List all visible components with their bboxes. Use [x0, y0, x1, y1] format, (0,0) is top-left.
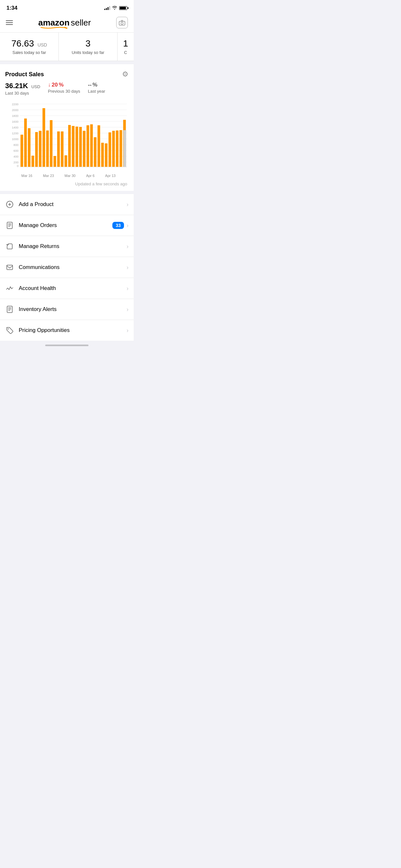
svg-rect-43 [87, 125, 89, 167]
svg-rect-34 [54, 156, 56, 167]
battery-icon [119, 6, 127, 10]
inventory-alerts-label: Inventory Alerts [19, 306, 127, 313]
svg-rect-46 [97, 125, 100, 167]
pricing-opportunities-icon [5, 326, 14, 335]
svg-rect-59 [7, 306, 12, 313]
manage-orders-label: Manage Orders [19, 222, 112, 228]
svg-rect-30 [39, 131, 41, 167]
svg-text:2000: 2000 [12, 108, 19, 112]
svg-rect-49 [109, 132, 111, 167]
app-logo: amazon seller [38, 18, 91, 28]
wifi-icon [112, 5, 117, 11]
main-metric-label: Last 30 days [5, 91, 40, 96]
sales-stat-card[interactable]: 76.63 USD Sales today so far [0, 33, 59, 61]
svg-text:2200: 2200 [12, 103, 19, 106]
svg-rect-33 [50, 120, 52, 167]
x-label-mar23: Mar 23 [43, 174, 54, 178]
arrow-down-icon: ↓ [48, 82, 51, 88]
svg-point-1 [121, 22, 123, 24]
svg-rect-48 [105, 144, 107, 167]
pricing-opportunities-label: Pricing Opportunities [19, 327, 127, 334]
manage-returns-icon [5, 242, 14, 251]
svg-text:0: 0 [17, 164, 19, 167]
menu-item-account-health[interactable]: Account Health › [0, 278, 134, 299]
menu-item-manage-returns[interactable]: Manage Returns › [0, 236, 134, 257]
chevron-right-icon: › [127, 243, 128, 250]
status-time: 1:34 [6, 5, 18, 11]
partial-stat-card[interactable]: 1 C [118, 33, 134, 61]
sales-label: Sales today so far [5, 50, 53, 55]
menu-item-add-product[interactable]: Add a Product › [0, 194, 134, 215]
svg-rect-58 [7, 265, 12, 270]
menu-item-manage-orders[interactable]: Manage Orders 33 › [0, 215, 134, 236]
svg-text:800: 800 [13, 144, 19, 147]
sales-metrics: 36.21K USD Last 30 days ↓ 20 % Previous … [5, 82, 128, 96]
camera-button[interactable] [116, 17, 128, 28]
chevron-right-icon: › [127, 327, 128, 334]
x-label-mar30: Mar 30 [65, 174, 75, 178]
svg-text:1800: 1800 [12, 114, 19, 118]
home-bar [45, 345, 89, 346]
chart-x-labels: Mar 16 Mar 23 Mar 30 Apr 6 Apr 13 [5, 174, 128, 178]
svg-text:1200: 1200 [12, 132, 19, 135]
svg-rect-31 [42, 108, 45, 167]
units-stat-card[interactable]: 3 Units today so far [59, 33, 118, 61]
manage-returns-label: Manage Returns [19, 243, 127, 250]
svg-text:600: 600 [13, 149, 19, 152]
chevron-right-icon: › [127, 306, 128, 313]
svg-rect-28 [32, 156, 34, 167]
menu-item-inventory-alerts[interactable]: Inventory Alerts › [0, 299, 134, 320]
x-label-mar16: Mar 16 [21, 174, 32, 178]
chevron-right-icon: › [127, 222, 128, 229]
status-icons [104, 5, 127, 11]
status-bar: 1:34 [0, 0, 134, 14]
communications-icon [5, 263, 14, 272]
svg-rect-50 [112, 131, 115, 167]
chart-svg: 2200 2000 1800 1600 1400 1200 1000 800 6… [5, 101, 128, 172]
last-year-value: -- % [88, 82, 97, 88]
svg-text:200: 200 [13, 161, 19, 164]
hamburger-menu-button[interactable] [6, 20, 13, 25]
main-metric: 36.21K USD Last 30 days [5, 82, 40, 96]
change-metric: ↓ 20 % Previous 30 days [48, 82, 81, 94]
svg-rect-32 [46, 130, 49, 167]
svg-rect-57 [7, 222, 12, 228]
svg-rect-44 [90, 124, 93, 167]
sales-value: 76.63 USD [5, 38, 53, 49]
svg-rect-47 [101, 143, 104, 167]
account-health-icon [5, 284, 14, 293]
svg-rect-41 [79, 127, 82, 167]
svg-rect-25 [20, 135, 23, 167]
svg-rect-36 [61, 131, 63, 167]
svg-text:1000: 1000 [12, 137, 19, 141]
change-value: ↓ 20 % [48, 82, 64, 88]
settings-button[interactable]: ⚙ [122, 70, 128, 79]
menu-item-pricing-opportunities[interactable]: Pricing Opportunities › [0, 320, 134, 341]
svg-rect-27 [28, 128, 30, 167]
main-metric-value: 36.21K USD [5, 82, 40, 90]
orders-badge: 33 [112, 222, 124, 229]
svg-rect-51 [116, 130, 119, 167]
seller-label: seller [71, 18, 91, 28]
x-label-apr13: Apr 13 [105, 174, 116, 178]
last-year-label: Last year [88, 89, 105, 94]
chevron-right-icon: › [127, 285, 128, 292]
product-sales-card: Product Sales ⚙ 36.21K USD Last 30 days … [0, 64, 134, 191]
sales-chart[interactable]: 2200 2000 1800 1600 1400 1200 1000 800 6… [5, 101, 128, 178]
menu-item-communications[interactable]: Communications › [0, 257, 134, 278]
svg-rect-29 [35, 132, 38, 167]
svg-text:400: 400 [13, 155, 19, 158]
stats-row: 76.63 USD Sales today so far 3 Units tod… [0, 33, 134, 61]
partial-label: C [120, 50, 131, 55]
signal-icon [104, 6, 110, 10]
units-label: Units today so far [64, 50, 112, 55]
inventory-alerts-icon [5, 305, 14, 314]
svg-rect-26 [24, 119, 27, 167]
change-label: Previous 30 days [48, 89, 81, 94]
svg-rect-35 [57, 131, 60, 167]
chevron-right-icon: › [127, 201, 128, 208]
last-year-metric: -- % Last year [88, 82, 105, 94]
menu-section: Add a Product › Manage Orders 33 › Manag… [0, 194, 134, 341]
updated-timestamp: Updated a few seconds ago [5, 182, 128, 186]
home-indicator [0, 341, 134, 349]
